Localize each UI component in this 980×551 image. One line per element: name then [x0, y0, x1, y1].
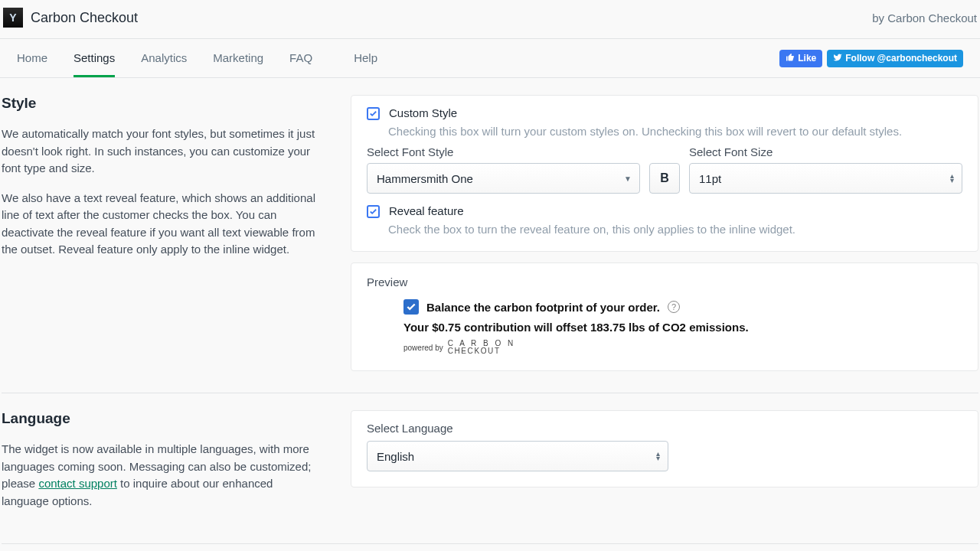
social-buttons: Like Follow @carboncheckout — [779, 50, 963, 67]
select-arrows-icon: ▴▾ — [950, 174, 954, 183]
reveal-checkbox[interactable] — [367, 205, 380, 218]
language-select-value: English — [377, 450, 414, 463]
app-title: Carbon Checkout — [31, 10, 138, 26]
tab-marketing[interactable]: Marketing — [213, 39, 263, 77]
chevron-down-icon: ▼ — [624, 174, 632, 183]
app-icon: Y — [3, 8, 23, 28]
preview-subtext: Your $0.75 contribution will offset 183.… — [403, 321, 962, 334]
powered-by-label: powered by — [403, 344, 443, 352]
language-select-label: Select Language — [367, 422, 962, 435]
font-size-field: Select Font Size 11pt ▴▾ — [689, 145, 962, 194]
contact-support-link[interactable]: contact support — [38, 477, 117, 490]
style-card: Custom Style Checking this box will turn… — [351, 95, 978, 252]
tab-analytics[interactable]: Analytics — [141, 39, 187, 77]
font-style-value: Hammersmith One — [377, 172, 473, 185]
language-title: Language — [2, 410, 323, 427]
language-select[interactable]: English ▴▾ — [367, 441, 668, 471]
tab-faq[interactable]: FAQ — [289, 39, 312, 77]
preview-card: Preview Balance the carbon footprint of … — [351, 262, 978, 371]
preview-headline: Balance the carbon footprint of your ord… — [426, 301, 660, 314]
select-arrows-icon: ▴▾ — [656, 452, 660, 461]
app-byline: by Carbon Checkout — [872, 11, 977, 24]
tab-home[interactable]: Home — [17, 39, 47, 77]
font-style-label: Select Font Style — [367, 145, 640, 158]
preview-body: Balance the carbon footprint of your ord… — [367, 299, 962, 355]
facebook-like-button[interactable]: Like — [779, 50, 822, 67]
app-header: Y Carbon Checkout by Carbon Checkout — [0, 0, 980, 39]
preview-check-row: Balance the carbon footprint of your ord… — [403, 299, 962, 315]
preview-checkbox[interactable] — [403, 299, 419, 315]
tab-help[interactable]: Help — [354, 39, 377, 77]
style-desc-2: We also have a text reveal feature, whic… — [2, 190, 323, 259]
reveal-row: Reveal feature — [367, 204, 962, 218]
custom-style-checkbox[interactable] — [367, 107, 380, 120]
section-style: Style We automatically match your font s… — [2, 95, 978, 393]
custom-style-hint: Checking this box will turn your custom … — [388, 125, 962, 138]
language-desc: The widget is now available in multiple … — [2, 441, 323, 510]
font-style-select[interactable]: Hammersmith One ▼ — [367, 163, 640, 194]
bold-label: B — [660, 171, 669, 185]
section-language: Language The widget is now available in … — [2, 410, 978, 544]
reveal-hint: Check the box to turn the reveal feature… — [388, 223, 962, 236]
style-desc-1: We automatically match your font styles,… — [2, 126, 323, 178]
bold-button[interactable]: B — [649, 163, 680, 194]
preview-label: Preview — [367, 276, 962, 289]
font-size-value: 11pt — [699, 172, 721, 185]
custom-style-row: Custom Style — [367, 106, 962, 120]
header-left: Y Carbon Checkout — [3, 8, 138, 28]
nav-tabs: Home Settings Analytics Marketing FAQ He… — [17, 39, 377, 77]
font-fields-row: Select Font Style Hammersmith One ▼ B Se… — [367, 145, 962, 194]
reveal-label: Reveal feature — [389, 204, 464, 217]
fb-like-label: Like — [798, 53, 816, 64]
language-card: Select Language English ▴▾ — [351, 410, 978, 487]
font-size-label: Select Font Size — [689, 145, 962, 158]
content: Style We automatically match your font s… — [0, 78, 980, 551]
font-style-field: Select Font Style Hammersmith One ▼ — [367, 145, 640, 194]
language-left-col: Language The widget is now available in … — [2, 410, 323, 522]
style-right-col: Custom Style Checking this box will turn… — [351, 95, 978, 371]
style-title: Style — [2, 95, 323, 112]
carbon-checkout-logo: C A R B O N CHECKOUT — [448, 340, 516, 355]
powered-by: powered by C A R B O N CHECKOUT — [403, 340, 962, 355]
nav-bar: Home Settings Analytics Marketing FAQ He… — [0, 39, 980, 78]
thumbs-up-icon — [786, 53, 795, 64]
logo-line2: CHECKOUT — [448, 347, 516, 355]
style-left-col: Style We automatically match your font s… — [2, 95, 323, 371]
language-right-col: Select Language English ▴▾ — [351, 410, 978, 522]
twitter-follow-button[interactable]: Follow @carboncheckout — [827, 50, 963, 67]
custom-style-label: Custom Style — [389, 106, 457, 119]
help-icon[interactable]: ? — [668, 301, 680, 313]
font-size-select[interactable]: 11pt ▴▾ — [689, 163, 962, 194]
tw-follow-label: Follow @carboncheckout — [845, 53, 957, 64]
twitter-icon — [833, 53, 842, 64]
tab-settings[interactable]: Settings — [74, 39, 115, 77]
